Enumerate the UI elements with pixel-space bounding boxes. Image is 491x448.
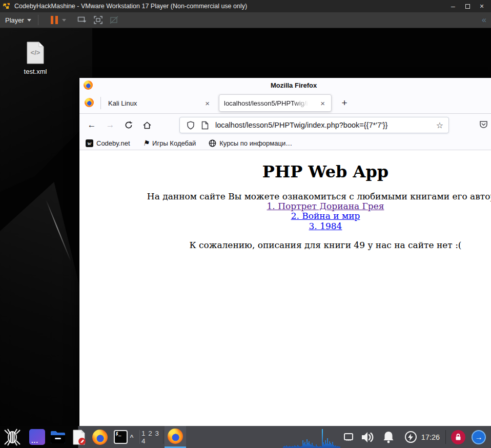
player-menu-button[interactable]: Player [0, 12, 36, 28]
workspace-switcher[interactable]: 1 2 3 4 [141, 426, 163, 448]
close-button[interactable]: × [475, 0, 489, 12]
firefox-logo-icon [92, 430, 108, 445]
tab-localhost-active[interactable]: localhost/lesson5/PHPTwig/i × [219, 94, 332, 112]
tab-label: Kali Linux [108, 99, 137, 107]
tab-close-icon[interactable]: × [203, 98, 212, 108]
tab-close-icon[interactable]: × [318, 98, 327, 108]
firefox-launcher-button[interactable] [90, 426, 110, 448]
globe-icon [209, 139, 216, 147]
power-icon [405, 431, 417, 443]
lock-icon [451, 430, 465, 444]
vmware-toolbar: Player « [0, 12, 491, 28]
desktop-icon-testxml[interactable]: </> test.xml [17, 41, 53, 75]
player-menu-label: Player [5, 16, 24, 24]
collapse-toolbar-icon[interactable]: « [482, 15, 485, 25]
bookmark-codeby[interactable]: w Codeby.net [86, 139, 130, 147]
not-found-message: К сожалению, описания для книги 49 у нас… [79, 240, 491, 250]
text-editor-button[interactable] [69, 426, 89, 448]
app-window-icon: ... [29, 429, 45, 445]
clock[interactable]: 17:26 [419, 426, 442, 448]
send-ctrl-alt-del-icon[interactable] [77, 15, 87, 25]
intro-text: На данном сайте Вы можете ознакомиться с… [147, 191, 491, 201]
tracking-shield-icon[interactable] [187, 121, 195, 130]
chevron-down-icon [27, 19, 31, 22]
bookmarks-toolbar: w Codeby.net ⚑ Игры Кодебай Курсы по инф… [79, 136, 491, 150]
bookmark-games[interactable]: ⚑ Игры Кодебай [143, 139, 196, 147]
web-page: PHP Web App На данном сайте Вы можете оз… [79, 151, 491, 426]
screen-lock-button[interactable] [449, 426, 467, 448]
speaker-icon [360, 431, 376, 444]
svg-text:</>: </> [31, 49, 40, 56]
firefox-window-title: Mozilla Firefox [271, 82, 317, 89]
taskbar-divider [445, 430, 446, 444]
applications-menu-button[interactable] [0, 426, 25, 448]
network-graph [283, 426, 340, 448]
bell-icon [382, 431, 395, 444]
bookmark-label: Codeby.net [96, 139, 130, 147]
firefox-taskbar-item[interactable] [165, 426, 186, 448]
screen: CodebyHackMashine - VMware Workstation 1… [0, 0, 491, 448]
page-title: PHP Web App [79, 162, 491, 181]
notifications-button[interactable] [380, 426, 397, 448]
bookmark-label: Игры Кодебай [152, 139, 196, 147]
wallpaper-facet [0, 182, 87, 426]
book-link[interactable]: 1. Портрет Дориана Грея [267, 201, 384, 211]
unity-mode-icon [109, 15, 119, 25]
maximize-icon [465, 4, 470, 9]
back-button[interactable]: ← [85, 118, 98, 132]
url-input[interactable]: localhost/lesson5/PHPTwig/index.php?book… [215, 121, 436, 129]
books-list: На данном сайте Вы можете ознакомиться с… [79, 192, 491, 231]
reload-icon [125, 121, 133, 129]
maximize-button[interactable] [460, 0, 475, 12]
vmware-player-icon [3, 2, 11, 10]
home-icon [142, 121, 152, 130]
folder-icon [50, 430, 66, 444]
file-manager-button[interactable] [48, 426, 68, 448]
pocket-icon [479, 120, 488, 129]
home-button[interactable] [140, 118, 154, 132]
vmware-titlebar: CodebyHackMashine - VMware Workstation 1… [0, 0, 491, 12]
suspend-options-chevron-icon[interactable] [62, 19, 66, 22]
vmware-window-title: CodebyHackMashine - VMware Workstation 1… [14, 3, 247, 10]
logout-arrow-icon: → [472, 430, 486, 444]
pocket-button[interactable] [479, 120, 488, 131]
volume-button[interactable] [359, 426, 377, 448]
firefox-window: Mozilla Firefox Kali Linux × localhost/l… [79, 78, 491, 426]
app-launcher-button[interactable]: ... [27, 426, 47, 448]
tab-label: localhost/lesson5/PHPTwig/i [224, 99, 309, 107]
firefox-titlebar: Mozilla Firefox [79, 78, 491, 92]
xml-file-icon: </> [25, 41, 46, 65]
tab-bar: Kali Linux × localhost/lesson5/PHPTwig/i… [79, 92, 491, 114]
kali-menu-icon [3, 429, 22, 446]
vmware-window-controls: – × [446, 0, 489, 12]
book-link[interactable]: 2. Война и мир [291, 211, 360, 221]
page-info-icon[interactable] [201, 121, 209, 130]
tab-kali-linux[interactable]: Kali Linux × [104, 94, 216, 112]
taskbar-divider [163, 430, 163, 444]
toolbar-divider [38, 15, 38, 25]
navigation-toolbar: ← → localhost [79, 114, 491, 136]
suspend-vm-button[interactable] [51, 16, 58, 24]
fullscreen-icon[interactable] [93, 15, 103, 25]
reload-button[interactable] [122, 118, 135, 132]
launcher-expand-chevron[interactable]: ^ [127, 426, 137, 448]
bookmark-star-icon[interactable]: ☆ [436, 120, 443, 130]
new-tab-button[interactable]: + [337, 96, 352, 110]
bookmark-label: Курсы по информаци… [219, 139, 292, 147]
bookmark-courses[interactable]: Курсы по информаци… [209, 139, 292, 147]
url-bar[interactable]: localhost/lesson5/PHPTwig/index.php?book… [179, 117, 449, 133]
book-link[interactable]: 3. 1984 [309, 221, 342, 231]
taskbar: ... $_ ^ 1 2 3 4 [0, 426, 491, 448]
taskbar-divider [139, 430, 140, 444]
terminal-icon: $_ [114, 430, 128, 444]
forward-button: → [104, 118, 117, 132]
session-menu-button[interactable]: → [469, 426, 488, 448]
firefox-view-button[interactable] [85, 98, 94, 107]
desktop-icon-label: test.xml [17, 68, 53, 75]
minimize-button[interactable]: – [446, 0, 460, 12]
power-manager-button[interactable] [403, 426, 418, 448]
codeby-favicon: w [86, 139, 93, 147]
network-status-button[interactable] [341, 426, 356, 448]
text-editor-icon [71, 429, 87, 445]
ethernet-icon [343, 432, 354, 442]
